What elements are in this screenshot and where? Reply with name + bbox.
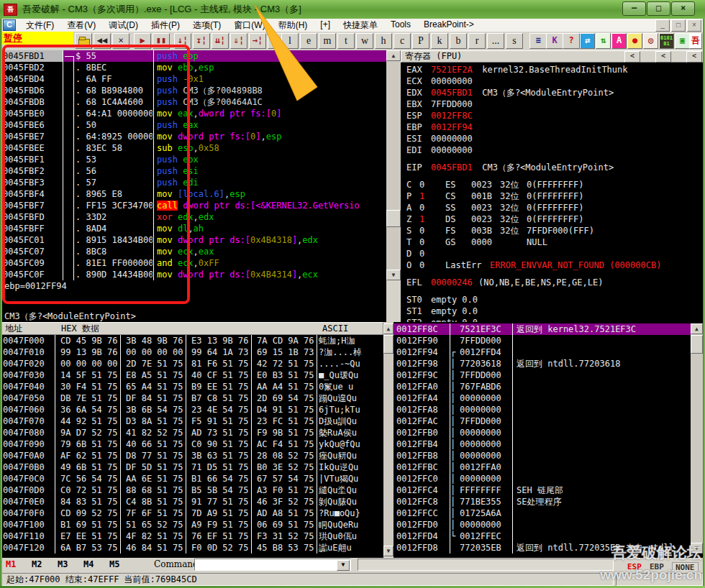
mdi-minimize-button[interactable]: _ xyxy=(655,19,670,32)
scroll-up-icon[interactable]: ▲ xyxy=(386,50,401,61)
scroll-thumb[interactable] xyxy=(386,210,401,227)
scroll-thumb[interactable] xyxy=(691,335,703,354)
letter-button-e[interactable]: e xyxy=(300,33,317,49)
registers-back-button-1[interactable]: < xyxy=(624,51,640,63)
letter-button-r[interactable]: r xyxy=(468,33,486,49)
stack-row[interactable]: 0012FFC8│771BE355SE处理程序 xyxy=(394,496,705,507)
dump-row[interactable]: 0047F02000 00 00 002D 7E 51 7581 F6 51 7… xyxy=(0,358,383,369)
letter-button-k[interactable]: k xyxy=(431,33,448,49)
dump-row[interactable]: 0047F0D0C0 72 51 7588 68 51 75B5 5B 54 7… xyxy=(0,484,383,496)
menu-item-1[interactable]: 文件(F) xyxy=(19,19,60,32)
letter-button-w[interactable]: w xyxy=(356,33,373,49)
letter-button-t[interactable]: t xyxy=(337,33,355,49)
stack-row[interactable]: 0012FFBC│0012FFA0 xyxy=(394,461,705,473)
dump-row[interactable]: 0047F03014 5F 51 75E8 A5 51 7540 CF 51 7… xyxy=(0,369,383,381)
flag-row[interactable]: P1CS001B32位0(FFFFFFFF) xyxy=(401,190,705,202)
execute-till-return-icon[interactable]: →¦ xyxy=(249,33,266,49)
title-bar[interactable]: 吾 吾爱破解 - CM3（多次调用）.exe - [LCG - 主线程, 模块 … xyxy=(0,0,705,19)
dump-row[interactable]: 0047F06036 6A 54 753B 6B 54 7523 4E 54 7… xyxy=(0,404,383,415)
letter-button-l[interactable]: l xyxy=(281,33,299,49)
letter-button-s[interactable]: s xyxy=(506,33,523,49)
dump-row[interactable]: 0047F0B049 6B 51 75DF 5D 51 7571 D5 51 7… xyxy=(0,461,383,473)
disasm-row[interactable]: 0045FC0F. 890D 14434B00mov dword ptr ds:… xyxy=(0,269,386,280)
menu-item-7[interactable]: 帮助(H) xyxy=(272,19,314,32)
dump-row[interactable]: 0047F0E084 83 51 75C4 8B 51 7591 77 51 7… xyxy=(0,496,383,507)
registers-pane[interactable]: EAX7521EF2A kernel32.BaseThreadInitThunk… xyxy=(401,63,705,322)
flag-row[interactable]: Z1DS002332位0(FFFFFFFF) xyxy=(401,213,705,225)
stack-row[interactable]: 0012FFAC│7FFDD000 xyxy=(394,415,705,427)
memory-tab-m3[interactable]: M3 xyxy=(58,559,68,569)
register-row[interactable]: EAX7521EF2A kernel32.BaseThreadInitThunk xyxy=(401,64,705,75)
flag-row[interactable]: D0 xyxy=(401,248,705,259)
mdi-close-button[interactable]: × xyxy=(687,19,701,32)
scroll-up-icon[interactable]: ▲ xyxy=(691,323,703,334)
disasm-row[interactable]: 0045FBEE. 83EC 58sub esp,0x58 xyxy=(0,142,386,154)
open-file-icon[interactable] xyxy=(75,33,92,49)
maximize-button[interactable]: □ xyxy=(647,1,670,16)
binary-icon[interactable]: 010101 xyxy=(659,33,674,49)
disasm-scrollbar[interactable]: ▲ ▼ xyxy=(386,50,401,280)
menu-item-8[interactable]: [+] xyxy=(314,19,337,32)
stack-row[interactable]: 0012FFB4│00000000 xyxy=(394,438,705,450)
registers-back-button-2[interactable]: < xyxy=(655,51,671,63)
disasm-row[interactable]: 0045FBD4. 6A FFpush -0x1 xyxy=(0,73,386,85)
disasm-row[interactable]: 0045FBF1. 53push ebx xyxy=(0,154,386,165)
stack-row[interactable]: 0012FF98│77203618返回到 ntdll.77203618 xyxy=(394,358,705,369)
fpu-st-row[interactable]: ST0empty 0.0 xyxy=(401,294,705,306)
menu-item-5[interactable]: 选项(T) xyxy=(186,19,227,32)
stack-row[interactable]: 0012FFB0│00000000 xyxy=(394,427,705,438)
animate-over-icon[interactable]: ⇓¦ xyxy=(230,33,247,49)
letter-button-b[interactable]: b xyxy=(450,33,467,49)
command-input[interactable]: ▼ xyxy=(194,559,351,571)
stack-row[interactable]: 0012FFD4└0012FFEC xyxy=(394,530,705,542)
stack-row[interactable]: 0012FFB8│00000000 xyxy=(394,450,705,461)
dump-row[interactable]: 0047F04030 F4 51 7565 A4 51 75B9 EE 51 7… xyxy=(0,381,383,392)
disasm-row[interactable]: 0045FBE7. 64:8925 00000000mov dword ptr … xyxy=(0,131,386,142)
disasm-row[interactable]: 0045FBD1$ 55push ebp xyxy=(0,50,386,62)
close-icon[interactable]: × xyxy=(112,33,129,49)
disasm-row[interactable]: 0045FBD2. 8BECmov ebp,esp xyxy=(0,62,386,73)
stack-row[interactable]: 0012FF94┌0012FFD4 xyxy=(394,346,705,358)
register-row[interactable]: ECX00000000 xyxy=(401,75,705,87)
step-over-icon[interactable]: ↧¦ xyxy=(193,33,210,49)
flag-row[interactable]: T0GS0000NULL xyxy=(401,236,705,248)
stack-scrollbar[interactable]: ▲ ▼ xyxy=(691,323,703,553)
pause-icon[interactable]: ▮▮ xyxy=(153,33,170,49)
minimize-button[interactable]: – xyxy=(622,1,646,16)
close-button[interactable]: × xyxy=(671,1,695,16)
animate-into-icon[interactable]: ⇊¦ xyxy=(212,33,229,49)
dump-row[interactable]: 0047F0809A D7 52 7541 82 52 75AD 73 51 7… xyxy=(0,427,383,438)
scroll-thumb[interactable] xyxy=(383,335,394,354)
stack-pane[interactable]: 0012FF8C7521EF3C返回到 kernel32.7521EF3C001… xyxy=(394,322,705,558)
letter-button-h[interactable]: h xyxy=(375,33,392,49)
mdi-restore-button[interactable]: □ xyxy=(671,19,686,32)
log-list-icon[interactable]: ≡ xyxy=(529,33,547,49)
scroll-down-icon[interactable]: ▼ xyxy=(386,270,401,280)
stack-row[interactable]: 0012FF9C│7FFDD000 xyxy=(394,369,705,381)
memory-tab-m5[interactable]: M5 xyxy=(109,559,119,569)
stack-row[interactable]: 0012FFCC│01725A6A xyxy=(394,507,705,519)
swap-threads-icon[interactable]: ⇄ xyxy=(580,33,595,49)
menu-item-6[interactable]: 窗口(W) xyxy=(227,19,271,32)
memory-tab-m1[interactable]: M1 xyxy=(6,559,16,569)
dump-row[interactable]: 0047F100B1 69 51 7551 65 52 75A9 F9 51 7… xyxy=(0,519,383,530)
menu-item-9[interactable]: 快捷菜单 xyxy=(337,19,384,32)
menu-item-4[interactable]: 插件(P) xyxy=(145,19,186,32)
efl-row[interactable]: EFL00000246(NO,NB,E,BE,NS,PE,GE,LE) xyxy=(401,277,705,288)
record-dot-icon[interactable]: ● xyxy=(627,33,642,49)
flag-row[interactable]: A0SS002332位0(FFFFFFFF) xyxy=(401,202,705,213)
green-window-icon[interactable]: ▣ xyxy=(675,33,690,49)
dump-row[interactable]: 0047F0A0AF 62 51 75D8 77 51 753B 63 51 7… xyxy=(0,450,383,461)
register-row[interactable]: ESI00000000 xyxy=(401,133,705,144)
flag-row[interactable]: O0LastErrERROR_ENVVAR_NOT_FOUND (000000C… xyxy=(401,259,705,271)
register-row[interactable]: EDX0045FBD1 CM3（多?<ModuleEntryPoint> xyxy=(401,87,705,98)
target-icon[interactable]: ◎ xyxy=(643,33,658,49)
fpu-st-row[interactable]: ST2empty 0.0 xyxy=(401,317,705,322)
letter-a-icon[interactable]: A xyxy=(611,33,627,49)
stack-row[interactable]: 0012FFA4│00000000 xyxy=(394,392,705,404)
disasm-row[interactable]: 0045FBE0. 64:A1 00000000mov eax,dword pt… xyxy=(0,108,386,119)
wuai-icon[interactable]: 吾 xyxy=(689,33,702,49)
stack-row[interactable]: 0012FF907FFDD000 xyxy=(394,335,705,346)
dump-row[interactable]: 0047F000CD 45 9B 763B 48 9B 76E3 13 9B 7… xyxy=(0,335,383,346)
disasm-row[interactable]: 0045FC07. 8BC8mov ecx,eax xyxy=(0,246,386,257)
